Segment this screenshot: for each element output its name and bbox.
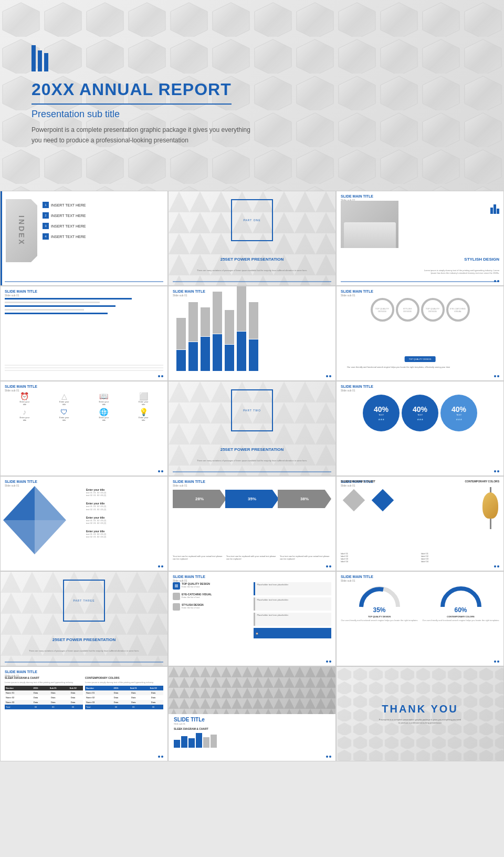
td-4-3: 00 [43,705,63,709]
lower-lines [5,365,163,373]
slide-subtitle: Slide sub 01 [341,579,355,582]
dot-1 [326,375,328,377]
bar-blue-2 [188,342,198,371]
bottom-dots [494,280,499,282]
st-sub: Slide sub 01 [174,722,330,725]
bottom-dots [326,375,331,377]
slide-design[interactable]: SLIDE MAIN TITLE Slide sub 01 STYLISH DE… [336,191,504,286]
bottom-bar [173,471,331,472]
dot-1 [158,470,160,472]
gauge-desc-1: Our user-friendly and functional search … [341,619,418,622]
svg-rect-11 [343,489,365,511]
slide-gauge[interactable]: SLIDE MAIN TITLE Slide sub 01 35% TOP QU… [336,571,504,666]
slide-title: SLIDE MAIN TITLE [341,194,373,198]
th-3: Sub 01 [43,686,63,690]
arrow-2: 35% [225,490,279,508]
mb-5 [203,737,209,748]
slide-circles[interactable]: SLIDE MAIN TITLE Slide sub 01 TOP QUALIT… [336,286,504,381]
bar-1 [490,208,493,214]
bottom-bar [5,281,163,282]
dot-2 [497,660,499,663]
gauge-svg-2 [437,583,485,610]
stars-1: ★★★ [378,418,384,421]
slide-triangles[interactable]: SLIDE MAIN TITLE Slide sub 01 Enter your… [0,476,168,571]
slide-subtitle: Slide sub 01 [5,294,19,297]
icon-item-6: 🛡 Enter your title [46,408,83,421]
hero-slide: 20XX ANNUAL REPORT Presentation sub titl… [0,0,504,191]
slide-title: SLIDE MAIN TITLE [341,385,373,388]
slide-table-data1[interactable]: SLIDE MAIN TITLE Slide sub 01 SLEEK DIAG… [0,666,168,761]
pct-num-1: 40% [374,405,388,414]
step-item-1: TOP QUALITY DESIGN Enter the list of tex… [173,582,251,590]
slide-border [1,191,2,285]
slide-part-three[interactable]: PART THREE 25SET POWER PRESENTATION Ther… [0,571,168,666]
mb-6 [211,735,217,748]
line-1 [5,298,132,300]
bottom-dots [158,565,163,567]
hero-description: Powerpoint is a complete presentation gr… [32,125,252,145]
bar-blue-6 [237,332,246,371]
pct-text-3: TEXT [456,414,461,416]
gauge-label-1: TOP QUALITY DESIGN [341,615,418,618]
slide-part-two[interactable]: PART TWO 25SET POWER PRESENTATION There … [168,381,336,476]
ty-description: Powerpoint is a complete presentation gr… [379,718,462,725]
mini-bars [174,732,330,748]
icon-item-2: △ Enter your title [46,392,83,406]
td2-4-1: Total [85,705,109,709]
svg-rect-17 [169,667,335,718]
mb-1 [174,740,180,748]
slide-table-chart[interactable]: SLIDE MAIN TITLE Slide sub 01 [0,286,168,381]
td2-2-2: Data [109,695,124,700]
svg-marker-9 [3,520,35,554]
slide-arrows[interactable]: SLIDE MAIN TITLE Slide sub 01 28% 35% 38… [168,476,336,571]
bottom-dots [494,470,499,472]
slide-title: SLIDE MAIN TITLE [5,290,37,293]
diag-texts: label 01label 02label 03label 04 label 0… [341,552,499,563]
slide-bar-chart[interactable]: SLIDE MAIN TITLE Slide sub 01 [168,286,336,381]
td2-2-1: Name 02 [85,695,109,700]
slide-title-1[interactable]: SLIDE TITLe Slide sub 01 SLEEK DIAGRAM &… [168,666,336,761]
step-item-2: EYE-CATCHING VISUAL Enter the list of te… [173,593,251,600]
triangle-shapes [3,486,66,554]
bar-gray-2 [188,302,198,342]
bar-blue-7 [249,339,258,371]
step-content-3: STYLISH DESIGN Enter the list of text [182,603,204,609]
pct-circle-3: 40% TEXT ★★★ [440,395,477,431]
dot-2 [497,375,499,377]
slide-percent[interactable]: SLIDE MAIN TITLE Slide sub 01 40% TEXT ★… [336,381,504,476]
slide-title: SLIDE MAIN TITLE [341,290,373,293]
dt-1: label 01label 02label 03label 04 [341,552,419,563]
tl-label-2: CONTEMPORARY COLORS [85,676,163,679]
th2-3: Sub 01 [123,686,143,690]
gauge-pct-1: 35% [341,606,418,614]
svg-marker-10 [35,520,66,554]
lamp-image [438,487,501,550]
step-icon-2 [173,593,180,600]
slide-icons[interactable]: SLIDE MAIN TITLE Slide sub 01 ⏰ Enter yo… [0,381,168,476]
icon-label-5b: title [23,419,26,421]
td-1-4: Data [63,690,83,695]
bar-gray-6 [237,286,246,331]
td-2-1: Name 02 [5,695,28,700]
td-4-4: 00 [63,705,83,709]
svg-rect-15 [175,584,178,587]
slide-steps[interactable]: SLIDE MAIN TITLE Slide sub 01 TOP QUALIT… [168,571,336,666]
stars-3: ★★★ [456,418,462,421]
bar-gray-1 [176,318,186,349]
diamond-shapes [341,487,396,513]
line-2 [5,302,100,303]
lline-3 [5,370,163,371]
slide-title: SLIDE MAIN TITLE [5,480,37,483]
slide-index[interactable]: INDEX 1 INSERT TEXT HERE 2 INSERT TEXT H… [0,191,168,286]
dot-1 [494,470,496,472]
slide-diamonds[interactable]: SLIDE MAIN TITLE Slide sub 01 SLEEK DIAG… [336,476,504,571]
slide-thankyou[interactable]: THANK YOU Powerpoint is a complete prese… [336,666,504,761]
icon-item-3: 📖 Enter your title [85,392,123,406]
slide-subtitle: Slide sub 01 [173,294,187,297]
steps-layout: TOP QUALITY DESIGN Enter the list of tex… [173,582,331,638]
td-1-2: Data [28,690,44,695]
part-label: PART ONE [243,219,260,222]
slide-part-one[interactable]: PART ONE 25SET POWER PRESENTATION There … [168,191,336,286]
step-icon-3 [173,603,180,611]
slide-title: SLIDE MAIN TITLE [341,575,373,579]
